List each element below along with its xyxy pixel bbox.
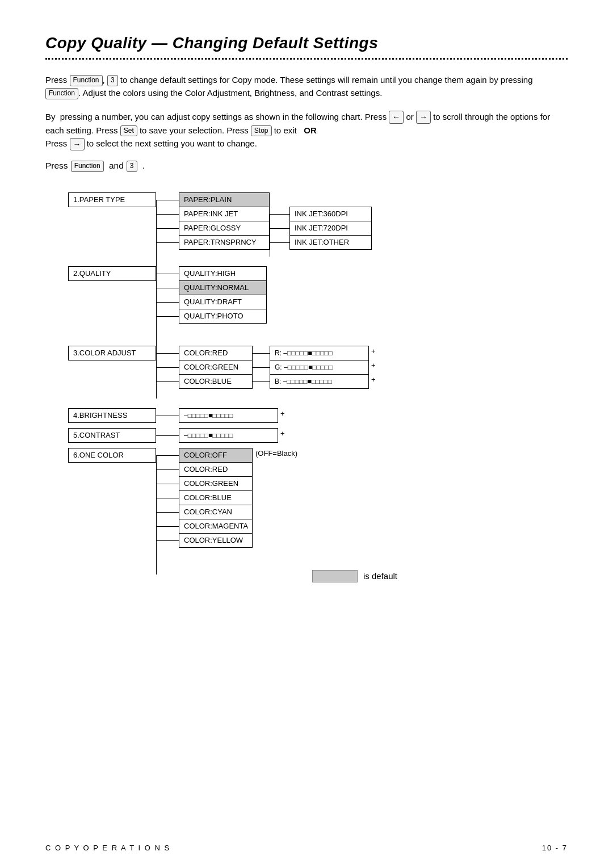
slider-r: R: –□□□□□■□□□□□: [270, 346, 369, 360]
hline-one-color-yellow: [156, 540, 179, 541]
inkjet-360-option: INK JET:360DPI: [289, 207, 372, 221]
hline-slider-r: [253, 353, 270, 354]
hline-inkjet-720: [270, 228, 289, 229]
menu-item-quality: 2.QUALITY: [68, 266, 156, 281]
hline-paper-glossy: [156, 228, 179, 229]
paper-glossy-option: PAPER:GLOSSY: [179, 221, 270, 236]
slider-b: B: –□□□□□■□□□□□: [270, 374, 369, 389]
color-green-option: COLOR:GREEN: [179, 360, 253, 375]
vline-quality: [156, 274, 157, 333]
hline-brightness: [156, 416, 179, 416]
plus-g: +: [371, 361, 376, 370]
right-arrow-key2: →: [70, 138, 85, 150]
plus-brightness: +: [280, 409, 285, 418]
hline-quality-draft: [156, 302, 179, 303]
or-bold: OR: [304, 125, 317, 135]
default-box-swatch: [312, 570, 358, 582]
color-blue-option: COLOR:BLUE: [179, 374, 253, 389]
plus-contrast: +: [280, 429, 285, 438]
menu-item-paper-type: 1.PAPER TYPE: [68, 192, 156, 207]
hline-contrast: [156, 435, 179, 436]
intro-paragraph-1: Press Function, 3 to change default sett…: [45, 73, 568, 100]
or-text: or: [406, 112, 414, 121]
vline-one-color: [156, 455, 157, 575]
inkjet-other-option: INK JET:OTHER: [289, 235, 372, 250]
hline-one-color-magenta: [156, 526, 179, 527]
divider: [45, 58, 568, 60]
left-arrow-key: ←: [389, 111, 404, 123]
hline-slider-b: [253, 381, 270, 382]
quality-photo-option: QUALITY:PHOTO: [179, 309, 267, 324]
vline-inkjet: [270, 214, 270, 257]
menu-item-color-adjust: 3.COLOR ADJUST: [68, 346, 156, 360]
hline-paper-plain: [156, 200, 179, 200]
one-color-magenta-option: COLOR:MAGENTA: [179, 519, 253, 534]
diagram-area: 1.PAPER TYPE PAPER:PLAIN PAPER:INK JET P…: [68, 181, 556, 624]
default-legend: is default: [312, 570, 397, 582]
stop-key-badge: Stop: [251, 125, 272, 137]
set-key-badge: Set: [120, 125, 137, 137]
quality-draft-option: QUALITY:DRAFT: [179, 295, 267, 309]
right-arrow-key: →: [416, 111, 431, 123]
one-color-red-option: COLOR:RED: [179, 462, 253, 477]
menu-item-brightness: 4.BRIGHTNESS: [68, 408, 156, 423]
page-title: Copy Quality — Changing Default Settings: [45, 34, 568, 52]
one-color-green-option: COLOR:GREEN: [179, 476, 253, 491]
footer: C O P Y O P E R A T I O N S 10 - 7: [0, 844, 613, 852]
three-key-badge: 3: [107, 75, 118, 86]
contrast-slider: –□□□□□■□□□□□: [179, 428, 278, 443]
quality-normal-option: QUALITY:NORMAL: [179, 280, 267, 295]
hline-color-off: [156, 455, 179, 456]
one-color-blue-option: COLOR:BLUE: [179, 490, 253, 505]
hline-paper-inkjet: [156, 214, 179, 215]
color-off-option: COLOR:OFF: [179, 448, 253, 463]
quality-high-option: QUALITY:HIGH: [179, 266, 267, 281]
plus-r: +: [371, 347, 376, 355]
menu-item-contrast: 5.CONTRAST: [68, 428, 156, 443]
hline-quality-normal: [156, 288, 179, 288]
paper-trnsprncy-option: PAPER:TRNSPRNCY: [179, 235, 270, 250]
color-red-option: COLOR:RED: [179, 346, 253, 360]
hline-color-red: [156, 353, 179, 354]
three-kbd: 3: [127, 161, 137, 172]
hline-slider-g: [253, 367, 270, 368]
brightness-slider: –□□□□□■□□□□□: [179, 408, 278, 423]
hline-one-color-cyan: [156, 512, 179, 513]
paper-plain-option: PAPER:PLAIN: [179, 192, 270, 207]
hline-color-blue: [156, 381, 179, 382]
function-key-badge2: Function: [45, 88, 78, 99]
slider-g: G: –□□□□□■□□□□□: [270, 360, 369, 375]
hline-quality-photo: [156, 316, 179, 317]
plus-b: +: [371, 375, 376, 384]
intro-paragraph-2: By pressing a number, you can adjust cop…: [45, 110, 568, 151]
default-legend-text: is default: [363, 571, 397, 581]
one-color-yellow-option: COLOR:YELLOW: [179, 533, 253, 548]
hline-inkjet-360: [270, 214, 289, 215]
hline-one-color-red: [156, 469, 179, 470]
function-kbd: Function: [71, 161, 104, 172]
hline-color-green: [156, 367, 179, 368]
vline-color-adjust: [156, 353, 157, 399]
hline-quality-high: [156, 274, 179, 274]
paper-inkjet-option: PAPER:INK JET: [179, 207, 270, 221]
menu-item-one-color: 6.ONE COLOR: [68, 448, 156, 463]
footer-left-text: C O P Y O P E R A T I O N S: [45, 844, 170, 852]
hline-inkjet-other: [270, 242, 289, 243]
hline-paper-trnsprncy: [156, 242, 179, 243]
hline-one-color-green: [156, 484, 179, 484]
function-key-badge: Function: [70, 75, 103, 86]
footer-right-text: 10 - 7: [542, 844, 568, 852]
inkjet-720-option: INK JET:720DPI: [289, 221, 372, 236]
one-color-cyan-option: COLOR:CYAN: [179, 505, 253, 519]
off-equals-black: (OFF=Black): [255, 449, 297, 458]
press-instruction: PressFunction and3 .: [45, 161, 568, 172]
hline-one-color-blue: [156, 498, 179, 498]
